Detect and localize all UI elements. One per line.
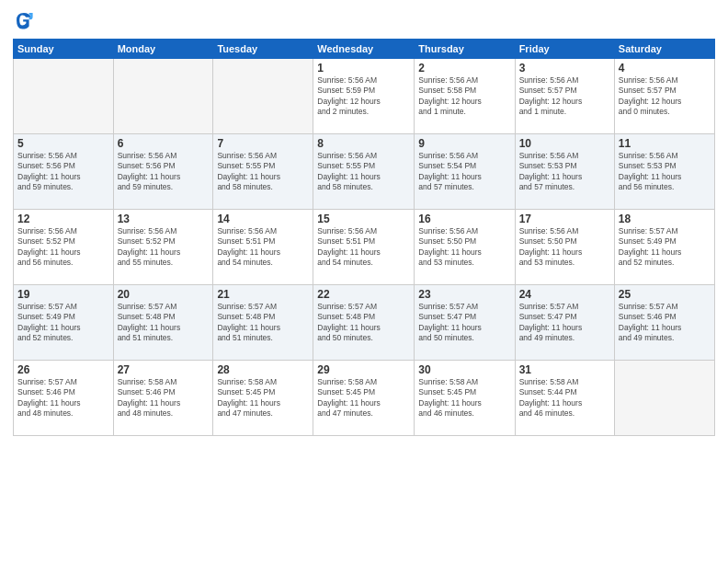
day-info: Sunrise: 5:56 AM Sunset: 5:50 PM Dayligh… [418, 226, 510, 269]
day-number: 19 [17, 288, 109, 301]
day-number: 30 [418, 363, 510, 376]
day-info: Sunrise: 5:57 AM Sunset: 5:47 PM Dayligh… [519, 302, 610, 344]
day-info: Sunrise: 5:56 AM Sunset: 5:54 PM Dayligh… [418, 151, 510, 193]
weekday-header-sunday: Sunday [14, 40, 114, 59]
calendar-cell: 11Sunrise: 5:56 AM Sunset: 5:53 PM Dayli… [614, 134, 714, 210]
day-info: Sunrise: 5:57 AM Sunset: 5:48 PM Dayligh… [217, 302, 309, 344]
calendar-cell [113, 59, 213, 134]
calendar-cell: 2Sunrise: 5:56 AM Sunset: 5:58 PM Daylig… [415, 59, 515, 134]
day-number: 23 [418, 288, 510, 301]
day-number: 16 [418, 213, 510, 225]
day-info: Sunrise: 5:57 AM Sunset: 5:48 PM Dayligh… [118, 302, 210, 344]
day-info: Sunrise: 5:56 AM Sunset: 5:52 PM Dayligh… [118, 226, 210, 269]
day-number: 29 [317, 363, 410, 376]
day-info: Sunrise: 5:56 AM Sunset: 5:58 PM Dayligh… [418, 75, 510, 118]
day-number: 21 [217, 288, 309, 301]
weekday-header-monday: Monday [113, 40, 213, 59]
calendar-cell: 1Sunrise: 5:56 AM Sunset: 5:59 PM Daylig… [313, 59, 415, 134]
weekday-header-tuesday: Tuesday [213, 40, 313, 59]
day-info: Sunrise: 5:57 AM Sunset: 5:49 PM Dayligh… [17, 302, 109, 344]
day-info: Sunrise: 5:58 AM Sunset: 5:46 PM Dayligh… [118, 377, 210, 419]
day-info: Sunrise: 5:58 AM Sunset: 5:45 PM Dayligh… [418, 377, 510, 419]
day-number: 20 [118, 288, 210, 301]
day-info: Sunrise: 5:56 AM Sunset: 5:53 PM Dayligh… [619, 151, 711, 193]
calendar-cell: 17Sunrise: 5:56 AM Sunset: 5:50 PM Dayli… [515, 210, 614, 285]
day-info: Sunrise: 5:56 AM Sunset: 5:55 PM Dayligh… [217, 151, 309, 193]
calendar-cell: 8Sunrise: 5:56 AM Sunset: 5:55 PM Daylig… [313, 134, 415, 210]
calendar-cell: 26Sunrise: 5:57 AM Sunset: 5:46 PM Dayli… [14, 361, 114, 436]
logo [13, 9, 39, 31]
calendar-cell: 7Sunrise: 5:56 AM Sunset: 5:55 PM Daylig… [213, 134, 313, 210]
day-number: 25 [619, 288, 711, 301]
day-info: Sunrise: 5:56 AM Sunset: 5:57 PM Dayligh… [619, 75, 711, 118]
calendar-cell: 23Sunrise: 5:57 AM Sunset: 5:47 PM Dayli… [415, 285, 515, 361]
day-number: 2 [418, 62, 510, 75]
calendar-cell: 9Sunrise: 5:56 AM Sunset: 5:54 PM Daylig… [415, 134, 515, 210]
calendar-week-row: 1Sunrise: 5:56 AM Sunset: 5:59 PM Daylig… [14, 59, 715, 134]
day-number: 15 [317, 213, 410, 225]
day-info: Sunrise: 5:56 AM Sunset: 5:56 PM Dayligh… [118, 151, 210, 193]
day-info: Sunrise: 5:56 AM Sunset: 5:51 PM Dayligh… [217, 226, 309, 269]
calendar-cell: 27Sunrise: 5:58 AM Sunset: 5:46 PM Dayli… [113, 361, 213, 436]
day-info: Sunrise: 5:56 AM Sunset: 5:51 PM Dayligh… [317, 226, 410, 269]
weekday-header-saturday: Saturday [614, 40, 714, 59]
calendar-cell: 16Sunrise: 5:56 AM Sunset: 5:50 PM Dayli… [415, 210, 515, 285]
calendar-cell: 5Sunrise: 5:56 AM Sunset: 5:56 PM Daylig… [14, 134, 114, 210]
day-number: 13 [118, 213, 210, 225]
day-number: 1 [317, 62, 410, 75]
calendar-cell: 30Sunrise: 5:58 AM Sunset: 5:45 PM Dayli… [415, 361, 515, 436]
calendar-cell: 3Sunrise: 5:56 AM Sunset: 5:57 PM Daylig… [515, 59, 614, 134]
day-number: 8 [317, 137, 410, 150]
day-info: Sunrise: 5:57 AM Sunset: 5:46 PM Dayligh… [17, 377, 109, 419]
day-info: Sunrise: 5:56 AM Sunset: 5:59 PM Dayligh… [317, 75, 410, 118]
day-info: Sunrise: 5:57 AM Sunset: 5:48 PM Dayligh… [317, 302, 410, 344]
day-number: 11 [619, 137, 711, 150]
calendar-cell: 6Sunrise: 5:56 AM Sunset: 5:56 PM Daylig… [113, 134, 213, 210]
calendar-cell: 20Sunrise: 5:57 AM Sunset: 5:48 PM Dayli… [113, 285, 213, 361]
calendar-cell: 21Sunrise: 5:57 AM Sunset: 5:48 PM Dayli… [213, 285, 313, 361]
calendar-cell: 4Sunrise: 5:56 AM Sunset: 5:57 PM Daylig… [614, 59, 714, 134]
calendar-cell: 12Sunrise: 5:56 AM Sunset: 5:52 PM Dayli… [14, 210, 114, 285]
day-number: 26 [17, 363, 109, 376]
day-number: 4 [619, 62, 711, 75]
header [13, 9, 715, 31]
page: SundayMondayTuesdayWednesdayThursdayFrid… [0, 0, 728, 563]
calendar-cell: 29Sunrise: 5:58 AM Sunset: 5:45 PM Dayli… [313, 361, 415, 436]
day-info: Sunrise: 5:56 AM Sunset: 5:52 PM Dayligh… [17, 226, 109, 269]
day-number: 9 [418, 137, 510, 150]
calendar-cell [213, 59, 313, 134]
weekday-header-friday: Friday [515, 40, 614, 59]
calendar-cell: 14Sunrise: 5:56 AM Sunset: 5:51 PM Dayli… [213, 210, 313, 285]
calendar-cell: 10Sunrise: 5:56 AM Sunset: 5:53 PM Dayli… [515, 134, 614, 210]
calendar-week-row: 12Sunrise: 5:56 AM Sunset: 5:52 PM Dayli… [14, 210, 715, 285]
day-info: Sunrise: 5:58 AM Sunset: 5:44 PM Dayligh… [519, 377, 610, 419]
day-number: 10 [519, 137, 610, 150]
calendar-week-row: 19Sunrise: 5:57 AM Sunset: 5:49 PM Dayli… [14, 285, 715, 361]
day-number: 5 [17, 137, 109, 150]
day-info: Sunrise: 5:56 AM Sunset: 5:55 PM Dayligh… [317, 151, 410, 193]
calendar-cell [614, 361, 714, 436]
day-info: Sunrise: 5:58 AM Sunset: 5:45 PM Dayligh… [317, 377, 410, 419]
day-number: 7 [217, 137, 309, 150]
day-info: Sunrise: 5:56 AM Sunset: 5:53 PM Dayligh… [519, 151, 610, 193]
day-info: Sunrise: 5:57 AM Sunset: 5:49 PM Dayligh… [619, 226, 711, 269]
day-number: 6 [118, 137, 210, 150]
day-number: 28 [217, 363, 309, 376]
calendar-cell: 15Sunrise: 5:56 AM Sunset: 5:51 PM Dayli… [313, 210, 415, 285]
calendar-week-row: 26Sunrise: 5:57 AM Sunset: 5:46 PM Dayli… [14, 361, 715, 436]
day-number: 14 [217, 213, 309, 225]
day-number: 22 [317, 288, 410, 301]
day-info: Sunrise: 5:56 AM Sunset: 5:57 PM Dayligh… [519, 75, 610, 118]
day-number: 12 [17, 213, 109, 225]
calendar-cell: 28Sunrise: 5:58 AM Sunset: 5:45 PM Dayli… [213, 361, 313, 436]
day-number: 31 [519, 363, 610, 376]
calendar-cell: 25Sunrise: 5:57 AM Sunset: 5:46 PM Dayli… [614, 285, 714, 361]
day-info: Sunrise: 5:58 AM Sunset: 5:45 PM Dayligh… [217, 377, 309, 419]
day-info: Sunrise: 5:56 AM Sunset: 5:56 PM Dayligh… [17, 151, 109, 193]
calendar-cell: 24Sunrise: 5:57 AM Sunset: 5:47 PM Dayli… [515, 285, 614, 361]
logo-icon [13, 9, 35, 31]
day-number: 24 [519, 288, 610, 301]
day-info: Sunrise: 5:56 AM Sunset: 5:50 PM Dayligh… [519, 226, 610, 269]
weekday-header-wednesday: Wednesday [313, 40, 415, 59]
calendar-cell: 31Sunrise: 5:58 AM Sunset: 5:44 PM Dayli… [515, 361, 614, 436]
